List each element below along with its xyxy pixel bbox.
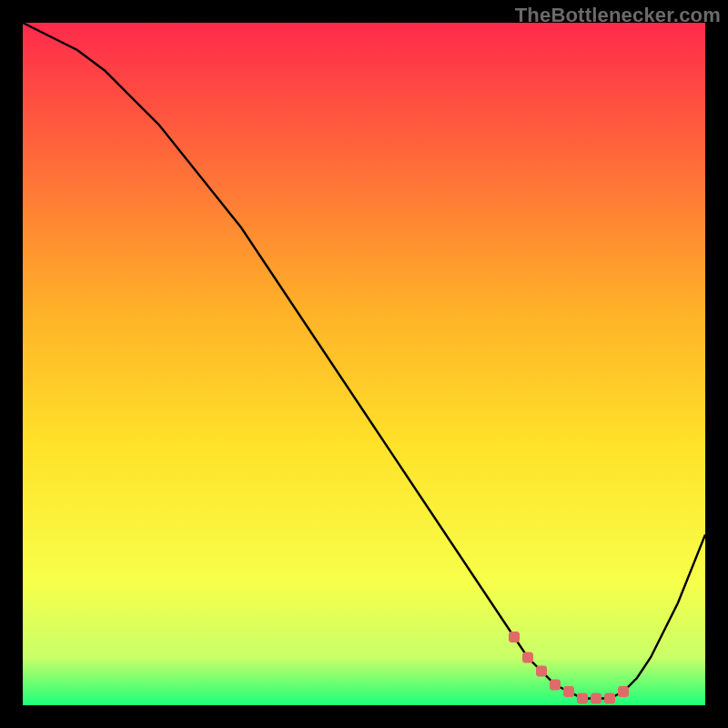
- optimal-marker: [605, 693, 615, 703]
- watermark-text: TheBottlenecker.com: [515, 4, 721, 27]
- optimal-marker: [564, 687, 574, 697]
- chart-frame: TheBottlenecker.com: [0, 0, 728, 728]
- optimal-marker: [551, 680, 561, 690]
- optimal-marker: [510, 632, 520, 642]
- optimal-marker: [578, 693, 588, 703]
- optimal-marker: [523, 652, 533, 662]
- optimal-marker: [592, 693, 602, 703]
- plot-area: [23, 23, 705, 705]
- optimal-marker: [537, 666, 547, 676]
- chart-svg: [23, 23, 705, 705]
- gradient-background: [23, 23, 705, 705]
- optimal-marker: [619, 687, 629, 697]
